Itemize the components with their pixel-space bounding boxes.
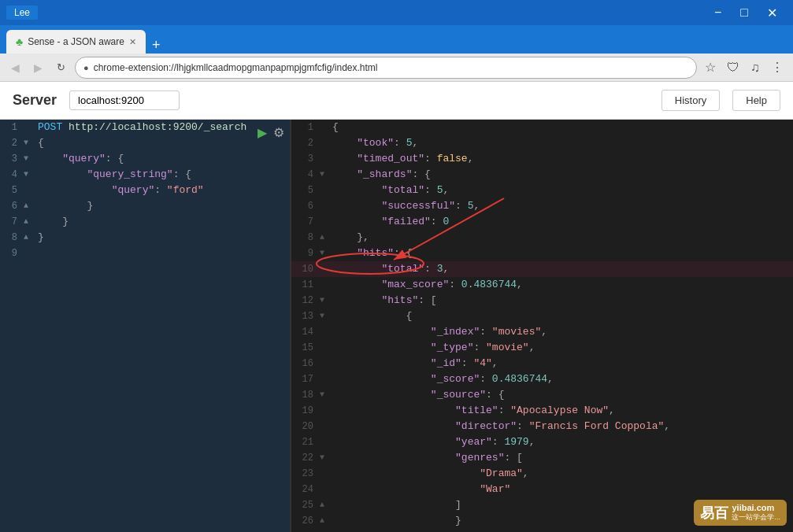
rc-24: "War" <box>332 482 793 497</box>
right-line-11: 11 "max_score": 0.4836744, <box>291 277 793 293</box>
rfold-20 <box>320 419 332 434</box>
rln-27: 27 <box>291 529 320 532</box>
restore-button[interactable]: □ <box>731 2 758 24</box>
new-tab-button[interactable]: + <box>146 37 167 54</box>
rc-27: }, <box>332 529 793 532</box>
run-button[interactable]: ▶ <box>256 124 269 142</box>
right-line-6: 6 "successful": 5, <box>291 198 793 214</box>
url-lock-icon: ● <box>83 63 89 72</box>
rc-2: "took": 5, <box>332 135 793 151</box>
line-num-3: 3 <box>0 151 24 167</box>
rfold-23 <box>320 466 332 482</box>
refresh-button[interactable]: ↻ <box>52 58 70 76</box>
rln-1: 1 <box>291 120 320 135</box>
rfold-18[interactable]: ▼ <box>320 387 332 403</box>
settings-button[interactable]: ⚙ <box>272 124 286 142</box>
rc-19: "title": "Apocalypse Now", <box>332 403 793 419</box>
method-keyword: POST <box>38 121 62 133</box>
rc-3: "timed_out": false, <box>332 151 793 167</box>
rln-7: 7 <box>291 214 320 230</box>
rfold-26[interactable]: ▲ <box>320 513 332 529</box>
extensions-button[interactable]: ♫ <box>747 57 763 78</box>
server-input[interactable] <box>69 91 180 110</box>
left-line-5: 5 "query": "ford" <box>0 183 290 198</box>
right-line-7: 7 "failed": 0 <box>291 214 793 230</box>
rln-23: 23 <box>291 466 320 482</box>
rc-13: { <box>332 308 793 324</box>
rfold-9[interactable]: ▼ <box>320 246 332 261</box>
left-line-2: 2 ▼ { <box>0 135 290 151</box>
rc-6: "successful": 5, <box>332 198 793 214</box>
help-button[interactable]: Help <box>732 90 780 111</box>
fold-2[interactable]: ▼ <box>24 135 36 151</box>
bookmark-button[interactable]: ☆ <box>702 57 719 78</box>
left-line-9: 9 <box>0 246 290 261</box>
browser-toolbar: ◀ ▶ ↻ ● chrome-extension://lhjgkmllcaadm… <box>0 54 793 82</box>
rln-17: 17 <box>291 371 320 387</box>
right-line-10: 10 "total": 3, <box>291 261 793 277</box>
back-button[interactable]: ◀ <box>6 58 24 77</box>
query-string-key: "query_string" <box>87 168 172 180</box>
query-val-key: "query" <box>112 184 155 196</box>
fold-8[interactable]: ▲ <box>24 230 36 246</box>
line-num-6: 6 <box>0 198 24 214</box>
forward-button[interactable]: ▶ <box>29 58 47 77</box>
fold-3[interactable]: ▼ <box>24 151 36 167</box>
rfold-8[interactable]: ▲ <box>320 230 332 246</box>
rfold-21 <box>320 434 332 450</box>
rfold-13[interactable]: ▼ <box>320 308 332 324</box>
rc-17: "_score": 0.4836744, <box>332 371 793 387</box>
rfold-25[interactable]: ▲ <box>320 497 332 513</box>
rfold-22[interactable]: ▼ <box>320 450 332 466</box>
rfold-5 <box>320 183 332 198</box>
rln-22: 22 <box>291 450 320 466</box>
right-line-23: 23 "Drama", <box>291 466 793 482</box>
line-num-4: 4 <box>0 167 24 183</box>
rc-16: "_id": "4", <box>332 356 793 371</box>
close-button[interactable]: ✕ <box>758 2 787 24</box>
right-line-12: 12 ▼ "hits": [ <box>291 293 793 308</box>
rfold-6 <box>320 198 332 214</box>
watermark-logo: 易百 <box>700 504 728 523</box>
right-line-2: 2 "took": 5, <box>291 135 793 151</box>
rc-10: "total": 3, <box>332 261 793 277</box>
left-panel: ▶ ⚙ 1 POST http://localhost:9200/_search… <box>0 120 291 532</box>
url-bar[interactable]: ● chrome-extension://lhjgkmllcaadmopgman… <box>75 57 697 79</box>
rln-21: 21 <box>291 434 320 450</box>
left-panel-scroll[interactable]: 1 POST http://localhost:9200/_search 2 ▼… <box>0 120 290 532</box>
rc-21: "year": 1979, <box>332 434 793 450</box>
rc-15: "_type": "movie", <box>332 340 793 356</box>
fold-7[interactable]: ▲ <box>24 214 36 230</box>
window-controls[interactable]: − □ ✕ <box>705 2 787 24</box>
rfold-4[interactable]: ▼ <box>320 167 332 183</box>
security-button[interactable]: 🛡 <box>724 57 743 78</box>
rln-3: 3 <box>291 151 320 167</box>
action-buttons[interactable]: ▶ ⚙ <box>256 124 286 142</box>
rc-1: { <box>332 120 793 135</box>
rln-10: 10 <box>291 261 320 277</box>
left-line-3: 3 ▼ "query": { <box>0 151 290 167</box>
rln-11: 11 <box>291 277 320 293</box>
rfold-12[interactable]: ▼ <box>320 293 332 308</box>
right-line-15: 15 "_type": "movie", <box>291 340 793 356</box>
right-line-18: 18 ▼ "_source": { <box>291 387 793 403</box>
ford-value: "ford" <box>167 184 204 196</box>
right-line-24: 24 "War" <box>291 482 793 497</box>
fold-6[interactable]: ▲ <box>24 198 36 214</box>
fold-4[interactable]: ▼ <box>24 167 36 183</box>
menu-button[interactable]: ⋮ <box>768 57 787 78</box>
minimize-button[interactable]: − <box>705 2 731 24</box>
fold-5 <box>24 183 36 198</box>
browser-tab[interactable]: ♣ Sense - a JSON aware ✕ <box>6 30 146 54</box>
rc-9: "hits": { <box>332 246 793 261</box>
history-button[interactable]: History <box>661 90 720 111</box>
rc-12: "hits": [ <box>332 293 793 308</box>
rfold-2 <box>320 135 332 151</box>
rfold-16 <box>320 356 332 371</box>
editor-container: ▶ ⚙ 1 POST http://localhost:9200/_search… <box>0 120 793 532</box>
right-panel[interactable]: 1 { 2 "took": 5, 3 "timed_out": false, 4… <box>291 120 793 532</box>
fold-9 <box>24 246 36 261</box>
rln-26: 26 <box>291 513 320 529</box>
tab-close-icon[interactable]: ✕ <box>129 37 136 47</box>
rln-18: 18 <box>291 387 320 403</box>
